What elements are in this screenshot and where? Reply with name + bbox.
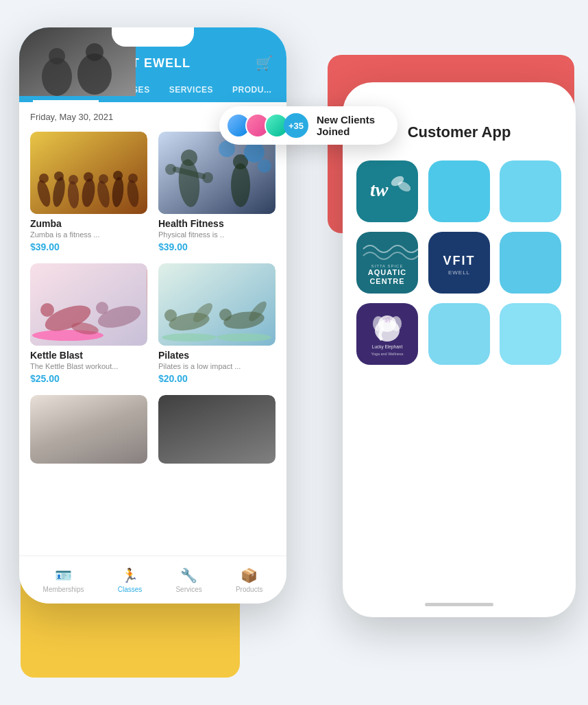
class-image-zumba <box>30 132 147 214</box>
class-card-bottom2[interactable] <box>158 395 275 468</box>
app-tile-elephant[interactable]: ॐ Lucky Elephant Yoga and Wellness <box>356 303 418 365</box>
svg-text:CENTRE: CENTRE <box>369 277 404 285</box>
app-body: Friday, May 30, 2021 <box>19 102 286 527</box>
class-desc: The Kettle Blast workout... <box>30 362 147 370</box>
nav-classes[interactable]: 🏃 Classes <box>118 567 143 593</box>
svg-point-2 <box>39 174 49 183</box>
class-name: Health Fitness <box>158 218 275 229</box>
app-tile-pale2[interactable] <box>500 303 561 365</box>
app-grid: tw SITTA SPICE AQUATIC CENTRE <box>356 160 562 365</box>
svg-point-65 <box>391 316 402 331</box>
avatar-count-badge: +35 <box>284 113 308 138</box>
nav-services[interactable]: 🔧 Services <box>175 567 201 593</box>
svg-point-10 <box>99 174 108 184</box>
svg-point-12 <box>113 171 123 180</box>
class-name: Pilates <box>158 350 275 361</box>
class-price: $20.00 <box>158 373 275 384</box>
class-price: $39.00 <box>158 241 275 252</box>
app-tile-blue2[interactable] <box>500 160 561 222</box>
class-name: Zumba <box>30 218 147 229</box>
class-card-bottom1[interactable] <box>30 395 147 468</box>
svg-point-19 <box>165 164 176 175</box>
classes-icon: 🏃 <box>121 567 138 584</box>
svg-text:VFIT: VFIT <box>443 254 475 267</box>
phone-notch-right <box>425 82 493 99</box>
memberships-icon: 🪪 <box>55 567 72 584</box>
customer-app-body: Customer App tw <box>343 82 576 617</box>
svg-point-35 <box>217 333 271 342</box>
phone-right: Customer App tw <box>343 82 576 617</box>
notification-text: New Clients Joined <box>317 114 384 137</box>
svg-point-37 <box>164 309 177 322</box>
home-indicator-right <box>425 603 493 606</box>
elephant-logo-icon: ॐ Lucky Elephant Yoga and Wellness <box>356 303 418 365</box>
svg-rect-33 <box>158 263 275 346</box>
nav-tab-services[interactable]: SERVICES <box>160 80 223 102</box>
services-label: Services <box>175 586 201 593</box>
phone-notch-left <box>112 27 194 47</box>
nav-memberships[interactable]: 🪪 Memberships <box>43 567 84 593</box>
svg-text:Yoga and Wellness: Yoga and Wellness <box>371 352 404 356</box>
svg-point-4 <box>54 171 64 181</box>
svg-text:AQUATIC: AQUATIC <box>368 268 406 276</box>
app-tile-sky[interactable] <box>500 232 561 294</box>
avatar-group: +35 <box>226 113 308 138</box>
app-tile-pale1[interactable] <box>428 303 490 365</box>
svg-text:Lucky Elephant: Lucky Elephant <box>372 344 403 350</box>
class-image-bottom1 <box>30 395 147 464</box>
svg-point-20 <box>202 172 213 183</box>
tw-logo-icon: tw <box>363 167 411 215</box>
svg-point-8 <box>84 172 93 182</box>
class-desc: Pilates is a low impact ... <box>158 362 275 370</box>
svg-point-14 <box>128 174 138 183</box>
svg-point-34 <box>162 333 217 342</box>
class-grid: Zumba Zumba is a fitness ... $39.00 <box>30 132 275 468</box>
app-tile-tw[interactable]: tw <box>356 160 418 222</box>
svg-text:tw: tw <box>370 179 389 200</box>
nav-tab-products[interactable]: PRODU... <box>223 80 281 102</box>
svg-point-29 <box>40 303 54 317</box>
class-desc: Physical fitness is .. <box>158 230 275 239</box>
class-card-health[interactable]: Health Fitness Physical fitness is .. $3… <box>158 132 275 252</box>
svg-point-21 <box>231 163 250 207</box>
class-image-kettle <box>30 263 147 346</box>
svg-text:EWELL: EWELL <box>448 270 470 276</box>
products-label: Products <box>236 586 262 593</box>
svg-text:ॐ: ॐ <box>384 316 391 324</box>
svg-point-17 <box>181 150 197 166</box>
class-image-pilates <box>158 263 275 346</box>
services-icon: 🔧 <box>180 567 197 584</box>
app-tile-blue1[interactable] <box>428 160 490 222</box>
svg-point-32 <box>96 302 108 314</box>
class-card-zumba[interactable]: Zumba Zumba is a fitness ... $39.00 <box>30 132 147 252</box>
app-tile-vfit[interactable]: VFIT EWELL <box>428 232 490 294</box>
aquatic-logo-icon: SITTA SPICE AQUATIC CENTRE <box>356 232 418 294</box>
class-card-pilates[interactable]: Pilates Pilates is a low impact ... $20.… <box>158 263 275 384</box>
svg-point-25 <box>258 159 271 173</box>
app-tile-aquatic[interactable]: SITTA SPICE AQUATIC CENTRE <box>356 232 418 294</box>
class-image-bottom2 <box>158 395 275 464</box>
memberships-label: Memberships <box>43 586 84 593</box>
products-icon: 📦 <box>241 567 258 584</box>
svg-point-64 <box>373 316 384 331</box>
cart-icon[interactable]: 🛒 <box>256 55 273 71</box>
classes-label: Classes <box>118 586 143 593</box>
svg-point-40 <box>219 309 232 321</box>
bottom-nav: 🪪 Memberships 🏃 Classes 🔧 Services 📦 Pro… <box>19 555 286 604</box>
class-card-kettle[interactable]: Kettle Blast The Kettle Blast workout...… <box>30 263 147 384</box>
class-name: Kettle Blast <box>30 350 147 361</box>
class-desc: Zumba is a fitness ... <box>30 230 147 239</box>
svg-point-6 <box>69 175 78 184</box>
notification-pill: +35 New Clients Joined <box>219 106 397 145</box>
vfit-logo-icon: VFIT EWELL <box>428 232 490 294</box>
class-price: $25.00 <box>30 373 147 384</box>
class-price: $39.00 <box>30 241 147 252</box>
nav-products[interactable]: 📦 Products <box>236 567 262 593</box>
svg-point-23 <box>244 142 265 163</box>
